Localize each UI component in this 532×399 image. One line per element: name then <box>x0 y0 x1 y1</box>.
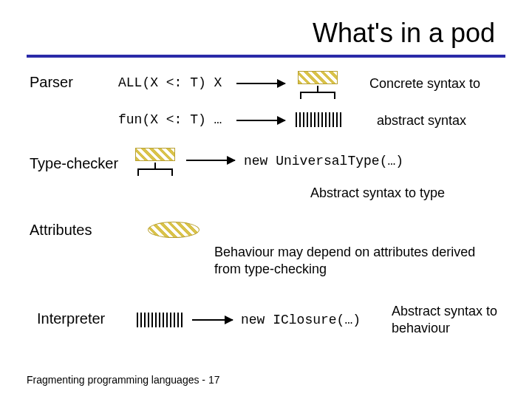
barcode-icon <box>296 112 343 127</box>
oval-icon <box>148 222 200 238</box>
desc-behaviour: Behaviour may depend on attributes deriv… <box>214 244 495 277</box>
label-parser: Parser <box>30 74 73 91</box>
label-interpreter: Interpreter <box>37 310 105 327</box>
desc-concrete-syntax: Concrete syntax to <box>369 75 480 92</box>
arrow-stripes-to-closure <box>192 319 233 321</box>
slide-footer: Fragmenting programming languages - 17 <box>27 374 219 386</box>
arrow-tree-to-universal <box>186 160 235 161</box>
tree-icon <box>133 148 177 177</box>
code-typechecker-out: new UniversalType(…) <box>244 154 403 168</box>
barcode-icon <box>137 313 184 327</box>
arrow-parser-to-tree <box>236 83 285 84</box>
label-attributes: Attributes <box>30 222 92 239</box>
title-underline <box>27 55 505 58</box>
desc-ast-to-behaviour: Abstract syntax to behaviour <box>392 303 517 336</box>
code-parser-input: ALL(X <: T) X <box>118 75 222 90</box>
desc-abstract-syntax: abstract syntax <box>377 112 466 129</box>
label-typechecker: Type-checker <box>30 155 118 172</box>
slide-title: What's in a pod <box>313 18 495 49</box>
desc-ast-to-type: Abstract syntax to type <box>310 185 445 202</box>
code-parser-mid: fun(X <: T) … <box>118 112 222 127</box>
arrow-fun-to-stripes <box>236 120 285 121</box>
tree-icon <box>296 71 340 100</box>
code-interpreter-out: new IClosure(…) <box>241 313 361 327</box>
